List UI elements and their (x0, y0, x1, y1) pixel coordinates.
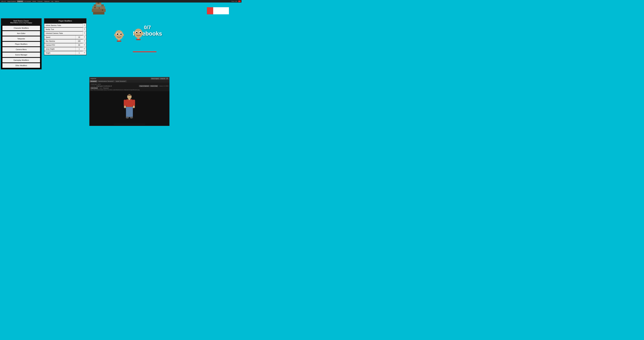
toolbar-fps: Time: 0.00 (231, 1, 237, 2)
toolbar-options[interactable]: Options (54, 1, 60, 2)
svg-rect-11 (102, 10, 103, 11)
red-stamina-bar (133, 51, 156, 52)
character-figure-svg (122, 93, 137, 124)
svg-point-43 (126, 117, 129, 118)
svg-rect-41 (126, 107, 133, 117)
inspector-header: Inspector Mouse Inspect Close All ☰ (90, 77, 169, 80)
max-stamina-input[interactable] (76, 39, 83, 43)
speed-help[interactable]: ? (83, 35, 86, 39)
jump-height-input[interactable] (76, 47, 83, 51)
hide-texture-button[interactable]: Hide Texture (90, 87, 98, 89)
noclip-help[interactable]: ? (83, 27, 86, 31)
gameplay-modifiers-button[interactable]: Gameplay Modifiers (2, 58, 40, 63)
toolbar-console[interactable]: C# Console (24, 1, 32, 2)
speed-label: Speed: (44, 35, 76, 39)
svg-rect-35 (128, 95, 131, 96)
toolbar-ue-version: UE v1.0 (1, 1, 6, 2)
item-editor-button[interactable]: Item Editor (2, 31, 40, 36)
infinite-stamina-label[interactable]: Infinite Stamina: False (44, 24, 83, 27)
toolbar-clipboard[interactable]: Clipboard (44, 1, 50, 2)
baldi-head-left (114, 29, 124, 42)
inspector-tabs: Rename2 SpriteRenderer "Rename2" Sprite … (90, 80, 169, 83)
svg-point-22 (122, 34, 124, 36)
toolbar-object-explorer[interactable]: Object Explorer (6, 1, 16, 2)
inspector-type-label: UnityEngine.Sprite (90, 83, 101, 85)
svg-rect-4 (96, 4, 101, 6)
speed-row: Speed: ? (44, 35, 86, 39)
svg-rect-5 (101, 5, 104, 6)
noclip-row: Noclip: True ? (44, 27, 86, 31)
rect-red (207, 7, 213, 14)
svg-point-40 (133, 106, 135, 108)
player-mods-title: Player Modifiers (44, 19, 86, 24)
inspector-assembly-value: UnityEngine.CoreModule.dll (96, 85, 112, 87)
view-unity-button[interactable]: View in Unity (150, 85, 158, 87)
height-input[interactable] (76, 51, 83, 55)
camera-menu-button[interactable]: Camera Menu (2, 47, 40, 52)
toolbar-hooks[interactable]: Hooks (32, 1, 37, 2)
svg-rect-7 (92, 9, 106, 12)
inspector-controls-row: Hide Texture Name: Rename2 (90, 87, 168, 89)
infinite-stamina-help[interactable]: ? (83, 24, 86, 27)
mouse-inspect-button[interactable]: Mouse Inspect (151, 78, 160, 79)
mod-menu-panel: Baldi Basics Classic Mod Menu v2.0.2 by … (1, 18, 42, 69)
toolbar-inspector[interactable]: Inspector (17, 1, 24, 2)
inspector-preview-area (90, 91, 169, 126)
inspector-tab-sprite[interactable]: Sprite "Rename2" (115, 80, 127, 82)
svg-rect-9 (94, 7, 96, 8)
svg-point-12 (115, 30, 123, 40)
unlocked-camera-help[interactable]: ? (83, 31, 86, 35)
height-row: Height: ? (44, 51, 86, 55)
rect-white (213, 7, 229, 14)
toolbar-log[interactable]: Log (50, 1, 54, 2)
character-modifiers-button[interactable]: Character Modifiers (2, 26, 40, 30)
inspector-save-row: Save: PNG D:\Games\Baldi's Basics Plus M… (90, 89, 168, 91)
camera-fov-help[interactable]: ? (83, 43, 86, 47)
toolbar-f7[interactable]: F7 (238, 1, 241, 2)
inspector-panel: Inspector Mouse Inspect Close All ☰ Rena… (89, 77, 170, 126)
inspector-tab-sprite-renderer[interactable]: SpriteRenderer "Rename2" (98, 80, 114, 82)
player-modifiers-button[interactable]: Player Modifiers (2, 42, 40, 46)
inspector-type-row: UnityEngine.Sprite (90, 83, 168, 85)
svg-rect-42 (126, 110, 126, 117)
max-stamina-help[interactable]: ? (83, 39, 86, 43)
svg-point-23 (134, 29, 142, 38)
ground-indicator (114, 124, 145, 124)
svg-rect-37 (124, 100, 126, 106)
svg-point-39 (124, 106, 126, 108)
noclip-label[interactable]: Noclip: True (44, 28, 83, 31)
teleporter-button[interactable]: Teleporter (2, 36, 40, 41)
infinite-stamina-row: Infinite Stamina: False ? (44, 24, 86, 27)
svg-rect-10 (99, 8, 100, 9)
speed-input[interactable] (76, 35, 83, 39)
svg-point-29 (140, 32, 141, 33)
inspector-name-label: Name: (99, 88, 103, 89)
inspector-controls: Mouse Inspect Close All ☰ (151, 78, 168, 79)
svg-rect-31 (136, 39, 140, 40)
inspector-menu-button[interactable]: ☰ (166, 78, 168, 79)
inspector-body: UnityEngine.Sprite Assembly: UnityEngine… (90, 83, 169, 91)
inspector-tab-rename2[interactable]: Rename2 (90, 80, 97, 82)
svg-rect-45 (128, 99, 130, 100)
inspector-save-path: Save: PNG D:\Games\Baldi's Basics Plus M… (90, 89, 140, 90)
camera-fov-input[interactable] (76, 43, 83, 47)
mod-menu-title: Baldi Basics Classic Mod Menu v2.0.2 by … (1, 19, 41, 25)
svg-rect-3 (94, 5, 96, 6)
toolbar-freecam[interactable]: Freecam (37, 1, 43, 2)
scene-manager-button[interactable]: Scene Manager (2, 52, 40, 57)
jump-height-help[interactable]: ? (83, 47, 86, 51)
other-modifiers-button[interactable]: Other Modifiers (2, 63, 40, 68)
svg-point-21 (114, 34, 116, 36)
height-label: Height: (44, 51, 76, 55)
copy-clipboard-button[interactable]: Copy to Clipboard (139, 85, 149, 87)
jump-height-row: Jump Height: ? (44, 47, 86, 51)
svg-rect-1 (98, 3, 99, 4)
camera-fov-label: Camera FOV: (44, 43, 76, 47)
top-right-indicator (207, 7, 229, 14)
svg-rect-8 (93, 12, 104, 15)
close-all-button[interactable]: Close All (160, 78, 166, 79)
unlocked-camera-label[interactable]: Unlocked Camera: False (44, 32, 83, 35)
height-help[interactable]: ? (83, 51, 86, 55)
svg-point-44 (130, 117, 133, 118)
svg-rect-38 (132, 100, 135, 106)
